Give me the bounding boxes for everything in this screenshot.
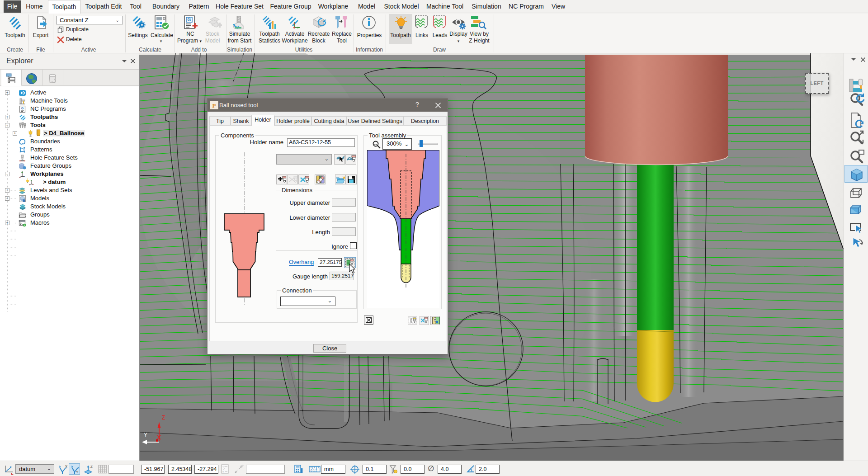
svg-text:0 1 2: 0 1 2 (311, 469, 317, 472)
svg-text:X: X (65, 465, 68, 468)
svg-text:x: x (222, 470, 224, 473)
svg-text:G: G (188, 17, 191, 22)
svg-text:Z: Z (162, 415, 165, 421)
svg-text:Z: Z (90, 465, 93, 469)
svg-text:Y: Y (76, 470, 79, 474)
svg-text:Y: Y (144, 432, 147, 438)
svg-text:P: P (212, 102, 216, 109)
